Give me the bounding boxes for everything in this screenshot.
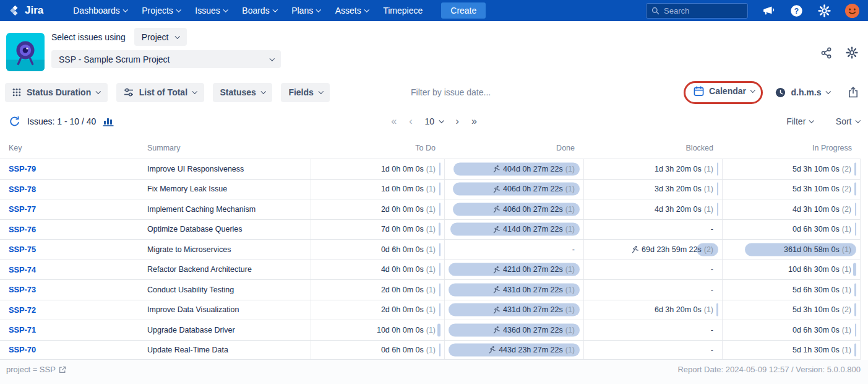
feedback-button[interactable] [761, 3, 776, 18]
fields-dropdown[interactable]: Fields [281, 83, 330, 102]
refresh-button[interactable] [9, 116, 20, 128]
issue-key-link[interactable]: SSP-73 [9, 285, 36, 294]
duration-text: 4d 3h 20m 0s [655, 205, 702, 214]
project-dropdown[interactable]: SSP - Sample Scrum Project [51, 50, 281, 68]
column-header-summary[interactable]: Summary [142, 144, 311, 152]
jql-query-link[interactable]: project = SSP [6, 365, 66, 374]
inprogress-cell: 361d 0h 58m 0s(1) [722, 240, 861, 260]
jira-logo[interactable]: Jira [9, 4, 43, 17]
column-header-blocked[interactable]: Blocked [583, 144, 722, 152]
next-page-button[interactable]: › [456, 116, 459, 126]
calendar-control-wrap: Calendar [691, 86, 757, 99]
report-footer: project = SSP Report Date: 2024-05-09 12… [0, 360, 868, 384]
navbar-right: ? [646, 3, 859, 19]
duration-bar [854, 303, 856, 316]
bar-chart-icon [103, 116, 114, 126]
filter-dropdown[interactable]: Filter [786, 116, 814, 126]
issue-count: (1) [426, 305, 436, 314]
share-button[interactable] [820, 47, 832, 59]
column-header-key[interactable]: Key [0, 144, 142, 152]
report-toolbar: Status Duration List of Total Statuses F… [0, 79, 868, 105]
blocked-cell: - [583, 260, 722, 280]
calendar-dropdown[interactable]: Calendar [694, 86, 754, 97]
duration-bar [439, 303, 440, 316]
last-page-button[interactable]: » [471, 116, 477, 126]
duration-text: 5d 1h 30m 0s [793, 346, 840, 354]
column-header-todo[interactable]: To Do [311, 144, 444, 152]
first-page-button[interactable]: « [391, 116, 397, 126]
duration-text: 4d 0h 0m 0s [381, 265, 424, 274]
nav-item-assets[interactable]: Assets [335, 6, 369, 15]
duration-text: 0d 6h 0m 0s [381, 245, 424, 254]
duration-bar [439, 263, 440, 276]
issue-source-dropdown[interactable]: Project [134, 28, 187, 46]
issue-count: (1) [565, 185, 575, 193]
nav-item-timepiece[interactable]: Timepiece [383, 6, 423, 15]
nav-item-dashboards[interactable]: Dashboards [73, 6, 127, 15]
nav-item-projects[interactable]: Projects [142, 6, 180, 15]
issue-count: (2) [842, 165, 851, 173]
profile-button[interactable] [844, 3, 859, 18]
help-button[interactable]: ? [789, 3, 804, 18]
todo-cell: 2d 0h 0m 0s(1) [311, 300, 444, 320]
column-header-done[interactable]: Done [444, 144, 583, 152]
inprogress-cell: 4d 3h 10m 0s(2) [722, 199, 861, 219]
done-cell: 443d 23h 27m 22s(1) [444, 341, 583, 360]
issue-key-link[interactable]: SSP-79 [9, 164, 36, 173]
sort-dropdown[interactable]: Sort [836, 116, 859, 126]
nav-item-issues[interactable]: Issues [195, 6, 227, 15]
issue-key-link[interactable]: SSP-77 [9, 204, 36, 214]
duration-bar [853, 263, 856, 276]
navbar-search[interactable] [646, 3, 748, 19]
pagination-row: Issues: 1 - 10 / 40 « ‹ 10 › » Filter So… [0, 105, 868, 137]
key-cell: SSP-74 [0, 260, 142, 280]
grid-icon [12, 88, 21, 97]
settings-button[interactable] [817, 3, 831, 18]
list-of-total-dropdown[interactable]: List of Total [116, 83, 204, 102]
issue-key-link[interactable]: SSP-72 [9, 305, 36, 315]
status-duration-dropdown[interactable]: Status Duration [5, 83, 108, 102]
runner-icon [492, 326, 501, 334]
issue-key-link[interactable]: SSP-71 [9, 325, 36, 334]
create-button[interactable]: Create [441, 2, 486, 19]
search-input[interactable] [664, 6, 742, 15]
prev-page-button[interactable]: ‹ [409, 116, 412, 126]
time-format-dropdown[interactable]: d.h.m.s [775, 87, 830, 98]
nav-item-boards[interactable]: Boards [242, 6, 277, 15]
issue-count: (1) [426, 245, 436, 254]
duration-bar [439, 183, 440, 196]
blocked-cell: 69d 23h 59m 22s(2) [583, 240, 722, 260]
calendar-icon [694, 86, 704, 97]
report-header: Select issues using Project SSP - Sample… [0, 21, 868, 79]
done-cell: 436d 0h 27m 22s(1) [444, 320, 583, 340]
key-cell: SSP-78 [0, 180, 142, 199]
runner-icon [492, 165, 501, 173]
issue-key-link[interactable]: SSP-78 [9, 185, 36, 194]
issue-key-link[interactable]: SSP-74 [9, 265, 36, 274]
issue-key-link[interactable]: SSP-70 [9, 345, 36, 354]
done-cell: 431d 0h 27m 22s(1) [444, 280, 583, 300]
issue-key-link[interactable]: SSP-75 [9, 245, 36, 254]
duration-text: 69d 23h 59m 22s [642, 245, 702, 254]
nav-item-plans[interactable]: Plans [291, 6, 320, 15]
issue-count: (1) [842, 346, 851, 354]
duration-bar [855, 323, 856, 336]
table-row: SSP-70Update Real-Time Data0d 6h 0m 0s(1… [0, 340, 861, 360]
blocked-cell: - [583, 220, 722, 240]
table-row: SSP-79Improve UI Responsiveness1d 0h 0m … [0, 159, 861, 179]
duration-text: 6d 3h 20m 0s [655, 305, 702, 314]
page-size-dropdown[interactable]: 10 [424, 116, 443, 126]
chart-view-button[interactable] [103, 116, 114, 126]
duration-text: 2d 0h 0m 0s [381, 205, 424, 214]
export-button[interactable] [848, 87, 858, 98]
issue-count: (1) [842, 265, 851, 274]
summary-text: Update Real-Time Data [147, 346, 228, 354]
statuses-dropdown[interactable]: Statuses [213, 83, 273, 102]
issue-key-link[interactable]: SSP-76 [9, 225, 36, 234]
sliders-icon [124, 88, 134, 97]
issue-date-filter-input[interactable] [411, 87, 528, 97]
chevron-down-icon [192, 89, 197, 94]
nav-menu: Dashboards Projects Issues Boards Plans … [73, 6, 423, 15]
report-settings-button[interactable] [846, 46, 858, 59]
column-header-inprogress[interactable]: In Progress [722, 144, 861, 152]
